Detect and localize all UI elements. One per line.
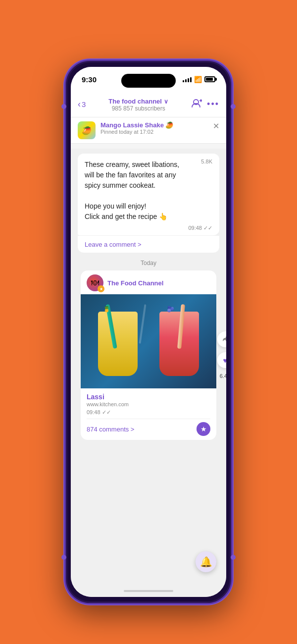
post-footer: Lassi www.kitchen.com 09:48 ✓✓ 874 comme… [81,388,216,440]
pinned-title: Mango Lassie Shake 🥭 [100,121,208,129]
back-button[interactable]: ‹ 3 [78,99,86,109]
food-post: 🍽 ★ The Food Channel [81,270,216,440]
today-divider: Today [71,260,226,267]
like-count: 6.4K [220,373,226,379]
leave-comment-link[interactable]: Leave a comment > [85,241,142,248]
back-count: 3 [82,100,86,108]
avatar-star: ★ [98,285,104,292]
post-meta: 09:48 ✓✓ [87,409,210,416]
post-time: 09:48 ✓✓ [87,409,111,416]
pinned-avatar: 🥭 [78,121,96,139]
pinned-banner[interactable]: 🥭 Mango Lassie Shake 🥭 Pinned today at 1… [71,117,226,144]
add-user-button[interactable] [191,99,202,110]
post-url: www.kitchen.com [87,401,210,407]
post-link[interactable]: Lassi [87,393,104,401]
message-time: 09:48 ✓✓ [85,225,212,231]
chat-area: 5.8K These creamy, sweet libations,will … [71,149,226,597]
channel-info: The food channel ∨ 985 857 subscribers [86,97,191,112]
leave-comment-section[interactable]: Leave a comment > [78,235,219,253]
channel-avatar: 🍽 ★ [87,274,103,291]
share-button[interactable] [217,331,226,347]
post-image: 🍍 🫐 [81,294,216,388]
food-post-header: 🍽 ★ The Food Channel [81,270,216,294]
pinned-content: Mango Lassie Shake 🥭 Pinned today at 17:… [100,121,208,135]
status-icons: 📶 [183,76,215,83]
pinned-close-button[interactable]: ✕ [213,121,219,131]
phone-screen: 9:30 📶 ‹ 3 [71,67,226,597]
channel-header: ‹ 3 The food channel ∨ 985 857 subscribe… [71,92,226,117]
corner-accent-tr [231,104,236,109]
corner-accent-br [231,555,236,560]
comments-link[interactable]: 874 comments > [87,426,134,433]
dropdown-icon: ∨ [164,98,168,105]
corner-accent-bl [61,555,66,560]
phone-wrapper: 9:30 📶 ‹ 3 [64,59,233,604]
channel-subscribers: 985 857 subscribers [86,105,191,112]
message-text: These creamy, sweet libations,will be th… [85,160,212,222]
pinned-subtitle: Pinned today at 17:02 [100,129,208,135]
yellow-glass: 🍍 [96,302,140,381]
post-comments-row[interactable]: 874 comments > ★ [87,419,210,436]
battery-icon [204,76,215,82]
post-actions: ♥ 6.4K [217,331,226,379]
phone-frame: 9:30 📶 ‹ 3 [64,59,233,604]
corner-accent-tl [61,104,66,109]
like-button[interactable]: ♥ [217,352,226,368]
wifi-icon: 📶 [194,76,202,83]
message-bubble: 5.8K These creamy, sweet libations,will … [78,154,219,235]
more-button[interactable]: ••• [207,99,219,109]
signal-icon [183,76,192,82]
dynamic-island [121,74,176,88]
bell-fab[interactable]: 🔔 [196,551,216,572]
star-button[interactable]: ★ [197,422,210,436]
status-time: 9:30 [82,75,97,84]
back-chevron-icon: ‹ [78,99,81,109]
channel-name: The food channel ∨ [86,97,191,105]
food-channel-name: The Food Channel [107,279,163,287]
bell-icon: 🔔 [200,556,212,568]
scroll-bar [124,590,173,592]
header-actions: ••• [191,99,219,110]
pink-glass: 🫐 [157,302,201,381]
view-count: 5.8K [201,159,212,164]
